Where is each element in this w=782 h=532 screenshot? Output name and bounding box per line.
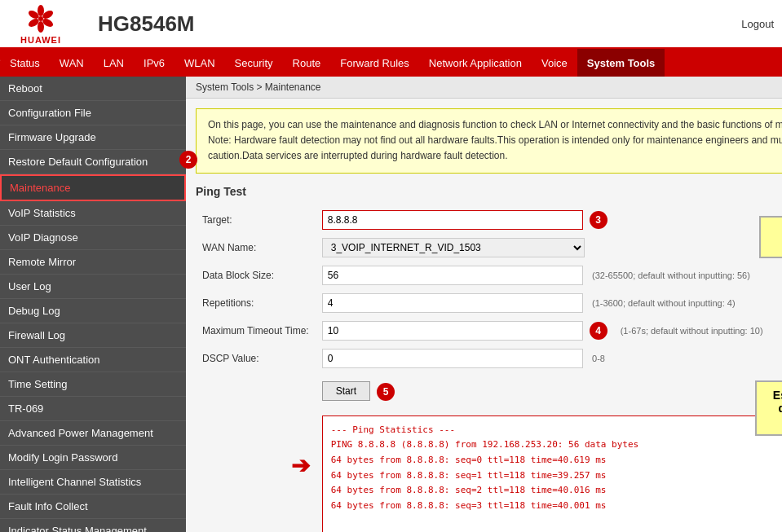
step-3-badge: 3 [590,211,607,229]
nav-status[interactable]: Status [0,49,50,77]
logo-area: HUAWEI [8,2,73,45]
arrow-to-output: ➔ [291,452,310,479]
breadcrumb: System Tools > Maintenance [186,77,782,99]
target-label: Target: [202,214,232,226]
sidebar-item-firewall-log[interactable]: Firewall Log [0,323,186,348]
ping-output[interactable] [322,415,782,532]
dscp-label: DSCP Value: [202,353,259,364]
wan-select[interactable]: 3_VOIP_INTERNET_R_VID_1503 [322,238,585,257]
nav-network-application[interactable]: Network Application [419,49,532,77]
info-line1: On this page, you can use the maintenanc… [208,119,782,130]
nav-ipv6[interactable]: IPv6 [134,49,175,77]
content-inner: On this page, you can use the maintenanc… [186,99,782,532]
sidebar-item-config-file[interactable]: Configuration File [0,101,186,125]
info-box: On this page, you can use the maintenanc… [196,108,782,174]
repetitions-label: Repetitions: [202,297,254,309]
nav-security[interactable]: Security [225,49,283,77]
sidebar-item-firmware[interactable]: Firmware Upgrade [0,125,186,150]
sidebar-item-channel-stats[interactable]: Intelligent Channel Statistics [0,470,186,495]
data-block-row: Data Block Size: (32-65500; default with… [196,262,782,289]
data-block-input[interactable] [322,266,583,285]
info-line2: Note: Hardware fault detection may not f… [208,134,782,161]
output-row: 6 ➔ [196,411,782,532]
timeout-label: Maximum Timeout Time: [202,325,309,336]
nav-wan[interactable]: WAN [50,49,94,77]
callout-wan-text: Escogemos la WAN que acabamos de crear [773,389,782,428]
nav-forward-rules[interactable]: Forward Rules [330,49,419,77]
header: HUAWEI HG8546M Logout [0,0,782,49]
target-input[interactable] [322,210,583,230]
sidebar-item-debug-log[interactable]: Debug Log [0,299,186,323]
target-row: Target: 3 [196,206,782,234]
timeout-hint: (1-67s; default without inputting: 10) [621,326,763,336]
wan-label: WAN Name: [202,242,256,253]
callout-ping-target: Daremos ping a 8.8.8.8 [759,216,782,258]
data-block-label: Data Block Size: [202,270,274,281]
step-4-badge: 4 [590,322,607,340]
sidebar-item-reboot[interactable]: Reboot [0,77,186,101]
sidebar-item-tr069[interactable]: TR-069 [0,397,186,421]
sidebar-item-restore[interactable]: Restore Default Configuration [0,150,186,174]
sidebar-item-indicator-status[interactable]: Indicator Status Management [0,519,186,532]
sidebar: Reboot Configuration File Firmware Upgra… [0,77,186,532]
nav-lan[interactable]: LAN [94,49,134,77]
timeout-row: Maximum Timeout Time: 4 (1-67s; default … [196,317,782,345]
nav-wlan[interactable]: WLAN [175,49,225,77]
sidebar-item-voip-diagnose[interactable]: VoIP Diagnose [0,226,186,250]
sidebar-item-modify-password[interactable]: Modify Login Password [0,446,186,470]
content-area: System Tools > Maintenance On this page,… [186,77,782,532]
svg-point-4 [38,21,44,33]
sidebar-item-remote-mirror[interactable]: Remote Mirror [0,250,186,275]
step-2-badge: 2 [179,151,197,169]
callout-wan-select: Escogemos la WAN que acabamos de crear [755,380,782,436]
start-row: Start 5 [196,372,782,411]
navbar: Status WAN LAN IPv6 WLAN Security Route … [0,49,782,77]
dscp-row: DSCP Value: 0-8 [196,345,782,372]
brand-name: HUAWEI [20,35,61,45]
sidebar-item-maintenance[interactable]: Maintenance [0,174,186,201]
sidebar-item-ont-auth[interactable]: ONT Authentication [0,348,186,372]
sidebar-item-fault-info[interactable]: Fault Info Collect [0,495,186,519]
repetitions-input[interactable] [322,293,583,313]
repetitions-hint: (1-3600; default without inputting: 4) [592,298,736,308]
main-layout: Reboot Configuration File Firmware Upgra… [0,77,782,532]
repetitions-row: Repetitions: (1-3600; default without in… [196,289,782,317]
logout-button[interactable]: Logout [741,18,774,30]
step-2-badge-container: 2 [179,151,197,169]
wan-row: WAN Name: 3_VOIP_INTERNET_R_VID_1503 [196,234,782,262]
start-button[interactable]: Start [322,381,370,401]
ping-test-container: Daremos ping a 8.8.8.8 Escogemos la WAN … [196,185,782,532]
svg-point-0 [38,16,43,21]
device-title: HG8546M [98,11,195,37]
timeout-input[interactable] [322,321,583,341]
nav-route[interactable]: Route [283,49,331,77]
nav-system-tools[interactable]: System Tools [577,49,665,77]
sidebar-item-time-setting[interactable]: Time Setting [0,372,186,397]
sidebar-item-voip-stats[interactable]: VoIP Statistics [0,201,186,226]
huawei-logo-icon [23,2,59,35]
ping-test-title: Ping Test [196,185,782,198]
nav-voice[interactable]: Voice [532,49,577,77]
sidebar-item-user-log[interactable]: User Log [0,275,186,299]
step-5-badge: 5 [377,383,395,401]
sidebar-item-power-mgmt[interactable]: Advanced Power Management [0,421,186,446]
dscp-input[interactable] [322,349,583,368]
svg-point-1 [38,5,44,16]
dscp-hint: 0-8 [592,354,605,363]
data-block-hint: (32-65500; default without inputting: 56… [592,270,750,280]
ping-form-table: Target: 3 WAN Name: [196,206,782,532]
